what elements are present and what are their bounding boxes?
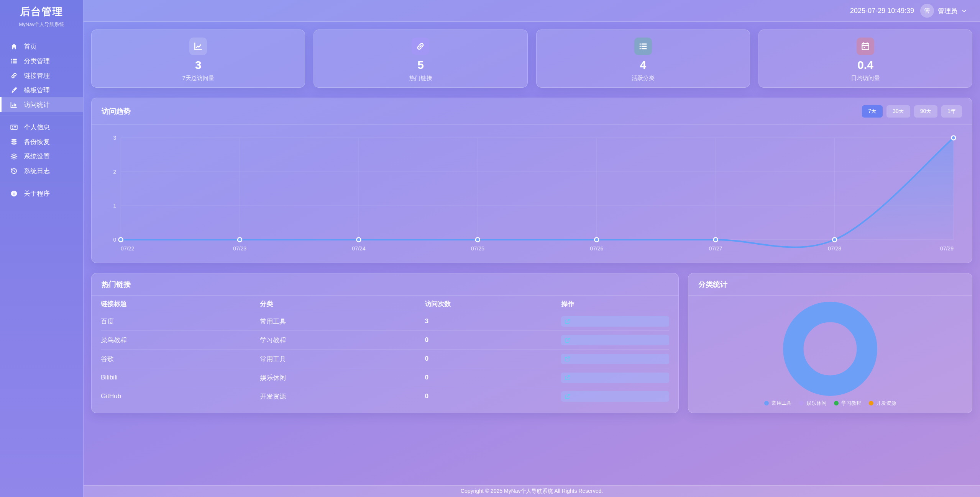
datetime: 2025-07-29 10:49:39: [850, 7, 914, 15]
sidebar-item-label: 访问统计: [24, 100, 50, 109]
stat-card: 4 活跃分类: [536, 29, 750, 88]
sidebar-item-backup[interactable]: 备份恢复: [0, 134, 83, 149]
stat-value: 0.4: [759, 59, 972, 72]
stat-label: 日均访问量: [759, 75, 972, 82]
bottom-row: 热门链接 链接标题 分类 访问次数 操作: [91, 273, 972, 413]
main-area: 2025-07-29 10:49:39 管 管理员 3 7天总访问量: [84, 0, 980, 497]
sidebar-item-statistics[interactable]: 访问统计: [0, 97, 83, 112]
range-switcher: 7天 30天 90天 1年: [862, 105, 962, 118]
sidebar-item-label: 系统设置: [24, 152, 50, 161]
popular-links-card: 热门链接 链接标题 分类 访问次数 操作: [91, 273, 679, 413]
link-category: 常用工具: [260, 355, 425, 363]
category-stats-title: 分类统计: [698, 280, 727, 289]
sidebar-item-categories[interactable]: 分类管理: [0, 54, 83, 68]
link-actions: [561, 373, 669, 383]
range-button-7d[interactable]: 7天: [862, 105, 883, 118]
svg-text:07/26: 07/26: [590, 245, 603, 252]
sidebar-item-label: 模板管理: [24, 86, 50, 95]
stat-card: 0.4 日均访问量: [758, 29, 972, 88]
popular-links-header: 热门链接: [92, 273, 678, 296]
external-link-icon: [565, 356, 570, 362]
link-icon: [412, 38, 429, 55]
links-table: 链接标题 分类 访问次数 操作: [92, 296, 678, 405]
legend-dot: [764, 401, 769, 405]
sidebar-item-about[interactable]: 关于程序: [0, 186, 83, 201]
svg-text:07/27: 07/27: [709, 245, 722, 252]
column-header: 访问次数: [425, 299, 561, 308]
sidebar-item-label: 链接管理: [24, 71, 50, 80]
svg-text:07/25: 07/25: [471, 245, 484, 252]
stat-label: 热门链接: [314, 75, 527, 82]
external-link-icon: [565, 375, 570, 381]
sidebar-divider: [0, 116, 83, 116]
link-visits: 3: [425, 317, 561, 325]
range-button-90d[interactable]: 90天: [914, 105, 938, 118]
sidebar-divider: [0, 182, 83, 182]
category-stats-card: 分类统计 常用工具娱乐休闲学习教程开发资源: [688, 273, 972, 413]
table-row: Bilibili 娱乐休闲 0: [101, 368, 669, 387]
table-row: 谷歌 常用工具 0: [101, 349, 669, 368]
footer: Copyright © 2025 MyNav个人导航系统 All Rights …: [84, 485, 980, 497]
stat-label: 7天总访问量: [92, 75, 305, 82]
sidebar-item-templates[interactable]: 模板管理: [0, 83, 83, 97]
legend-item[interactable]: 学习教程: [834, 400, 861, 407]
svg-text:0: 0: [113, 237, 116, 243]
legend-item[interactable]: 娱乐休闲: [799, 400, 826, 407]
link-actions: [561, 391, 669, 402]
trend-card-header: 访问趋势 7天 30天 90天 1年: [92, 98, 972, 125]
open-link-button[interactable]: [561, 316, 669, 327]
sidebar-item-links[interactable]: 链接管理: [0, 68, 83, 83]
open-link-button[interactable]: [561, 373, 669, 383]
sidebar: 后台管理 MyNav个人导航系统 首页 分类管理 链接管理: [0, 0, 84, 497]
svg-text:07/28: 07/28: [828, 245, 841, 252]
legend-item[interactable]: 开发资源: [869, 400, 896, 407]
open-link-button[interactable]: [561, 335, 669, 345]
svg-text:07/22: 07/22: [121, 245, 134, 252]
admin-dashboard: 后台管理 MyNav个人导航系统 首页 分类管理 链接管理: [0, 0, 980, 497]
sidebar-item-label: 系统日志: [24, 167, 50, 175]
svg-text:1: 1: [113, 203, 116, 209]
open-link-button[interactable]: [561, 391, 669, 402]
legend-dot: [834, 401, 839, 405]
chevron-down-icon: [961, 8, 967, 14]
app-subtitle: MyNav个人导航系统: [0, 21, 83, 28]
external-link-icon: [565, 319, 570, 324]
sidebar-item-profile[interactable]: 个人信息: [0, 120, 83, 134]
content: 3 7天总访问量 5 热门链接 4 活跃分类: [84, 22, 980, 497]
link-actions: [561, 335, 669, 345]
logo: 后台管理 MyNav个人导航系统: [0, 0, 83, 28]
chart-legend: 常用工具娱乐休闲学习教程开发资源: [688, 400, 972, 413]
donut-chart-area: [688, 296, 972, 400]
trend-card: 访问趋势 7天 30天 90天 1年 012307/2207/2307/2407: [91, 98, 972, 263]
open-link-button[interactable]: [561, 354, 669, 364]
legend-dot: [799, 401, 804, 405]
calendar-icon: [857, 38, 874, 55]
link-visits: 0: [425, 336, 561, 344]
link-title: GitHub: [101, 392, 260, 400]
sidebar-item-label: 关于程序: [24, 189, 50, 198]
link-category: 学习教程: [260, 336, 425, 345]
column-header: 链接标题: [101, 299, 260, 308]
sidebar-item-home[interactable]: 首页: [0, 39, 83, 54]
sidebar-item-settings[interactable]: 系统设置: [0, 149, 83, 163]
sidebar-item-label: 分类管理: [24, 57, 50, 65]
range-button-1y[interactable]: 1年: [941, 105, 962, 118]
stat-card: 3 7天总访问量: [91, 29, 305, 88]
avatar: 管: [920, 4, 934, 18]
legend-label: 常用工具: [772, 400, 791, 407]
link-title: Bilibili: [101, 374, 260, 381]
legend-label: 开发资源: [876, 400, 896, 407]
topbar: 2025-07-29 10:49:39 管 管理员: [84, 0, 980, 22]
link-actions: [561, 354, 669, 364]
user-menu[interactable]: 管 管理员: [920, 4, 967, 18]
sidebar-item-logs[interactable]: 系统日志: [0, 163, 83, 178]
sidebar-item-label: 首页: [24, 42, 37, 51]
range-button-30d[interactable]: 30天: [886, 105, 910, 118]
link-visits: 0: [425, 392, 561, 400]
legend-item[interactable]: 常用工具: [764, 400, 791, 407]
external-link-icon: [565, 337, 570, 343]
stat-label: 活跃分类: [537, 75, 750, 82]
chart-line-icon: [189, 38, 207, 55]
svg-text:07/24: 07/24: [352, 245, 365, 252]
app-title: 后台管理: [0, 5, 83, 18]
